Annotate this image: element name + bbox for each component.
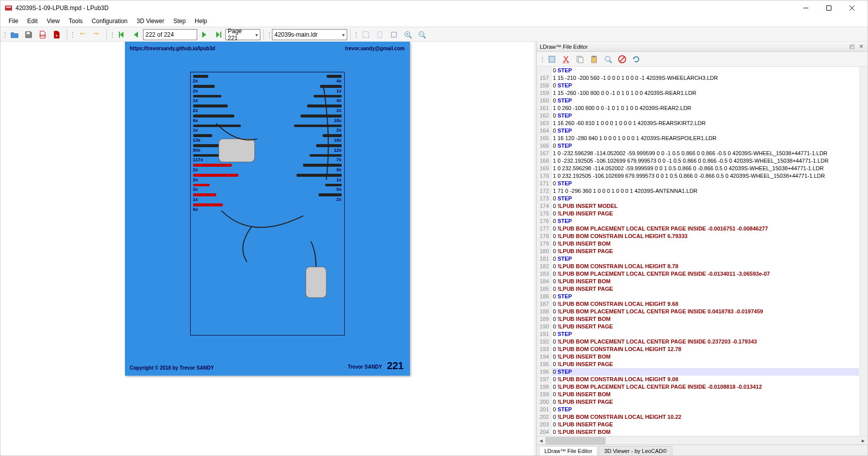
editor-line[interactable]: 1591 15 -260 -100 800 0 0 -1 0 1 0 1 0 0…	[537, 89, 859, 97]
menu-file[interactable]: File	[5, 17, 22, 26]
editor-line[interactable]: 1730 STEP	[537, 195, 859, 202]
fit-page-button[interactable]	[373, 28, 386, 41]
menu-tools[interactable]: Tools	[65, 17, 87, 26]
toolbar-handle[interactable]	[71, 29, 74, 40]
fit-width-button[interactable]	[359, 28, 372, 41]
editor-line[interactable]: 1681 0 -232.192505 -106.102699 679.99957…	[537, 157, 859, 165]
editor-line[interactable]: 1750 !LPUB INSERT PAGE	[537, 210, 859, 217]
editor-line[interactable]: 2030 !LPUB INSERT PAGE	[537, 421, 859, 428]
save-button[interactable]	[22, 28, 35, 41]
pdf-alt-icon[interactable]: A	[50, 28, 63, 41]
editor-line[interactable]: 1780 !LPUB BOM CONSTRAIN LOCAL HEIGHT 6.…	[537, 233, 859, 240]
menu-view[interactable]: View	[43, 17, 64, 26]
next-page-button[interactable]	[198, 28, 211, 41]
toolbar-handle[interactable]	[268, 29, 271, 40]
editor-line[interactable]: 1890 !LPUB INSERT BOM	[537, 315, 859, 323]
select-all-button[interactable]	[545, 53, 558, 66]
editor-line[interactable]: 1770 !LPUB BOM PLACEMENT LOCAL CENTER PA…	[537, 225, 859, 233]
editor-line[interactable]: 1980 !LPUB BOM PLACEMENT LOCAL CENTER PA…	[537, 383, 859, 391]
editor-line[interactable]: 1710 STEP	[537, 180, 859, 187]
editor-line[interactable]: 1930 !LPUB BOM CONSTRAIN LOCAL HEIGHT 12…	[537, 346, 859, 353]
undock-button[interactable]: ◰	[848, 43, 855, 50]
paste-button[interactable]	[588, 53, 601, 66]
editor-line[interactable]: 1640 STEP	[537, 127, 859, 135]
editor-line[interactable]: 1740 !LPUB INSERT MODEL	[537, 202, 859, 210]
find-button[interactable]	[602, 53, 615, 66]
menu-3d-viewer[interactable]: 3D Viewer	[132, 17, 168, 26]
editor-line[interactable]: 1840 !LPUB INSERT BOM	[537, 278, 859, 285]
menu-help[interactable]: Help	[191, 17, 211, 26]
editor-line[interactable]: 1910 STEP	[537, 330, 859, 338]
editor-line[interactable]: 1830 !LPUB BOM PLACEMENT LOCAL CENTER PA…	[537, 270, 859, 278]
editor-line[interactable]: 1880 !LPUB BOM PLACEMENT LOCAL CENTER PA…	[537, 308, 859, 315]
scroll-left-icon[interactable]: ◄	[537, 436, 545, 445]
editor-line[interactable]: 1960 STEP	[537, 368, 859, 376]
editor-line[interactable]: 1620 STEP	[537, 112, 859, 120]
editor-line[interactable]: 1600 STEP	[537, 97, 859, 104]
last-page-button[interactable]	[212, 28, 225, 41]
editor-line[interactable]: 1920 !LPUB BOM PLACEMENT LOCAL CENTER PA…	[537, 338, 859, 346]
first-page-button[interactable]	[115, 28, 128, 41]
editor-line[interactable]: 1611 0 260 -100 800 0 0 -1 0 1 0 1 0 0 4…	[537, 104, 859, 112]
scroll-right-icon[interactable]: ►	[859, 436, 867, 445]
menu-configuration[interactable]: Configuration	[88, 17, 131, 26]
editor-line[interactable]: 1810 STEP	[537, 255, 859, 263]
editor-line[interactable]: 2010 STEP	[537, 406, 859, 413]
editor-line[interactable]: 1790 !LPUB INSERT BOM	[537, 240, 859, 248]
open-button[interactable]	[8, 28, 21, 41]
toolbar-handle[interactable]	[111, 29, 114, 40]
menu-edit[interactable]: Edit	[23, 17, 42, 26]
toolbar-handle[interactable]	[4, 29, 7, 40]
refresh-button[interactable]	[630, 53, 643, 66]
editor-line[interactable]: 1760 STEP	[537, 217, 859, 225]
editor-line[interactable]: 1900 !LPUB INSERT PAGE	[537, 323, 859, 330]
editor-line[interactable]: 2000 !LPUB INSERT PAGE	[537, 398, 859, 406]
file-combo[interactable]: 42039s-main.ldr	[272, 29, 347, 40]
editor-line[interactable]: 1660 STEP	[537, 142, 859, 150]
editor-line[interactable]: 1860 STEP	[537, 293, 859, 300]
zoom-out-button[interactable]	[415, 28, 428, 41]
horizontal-scrollbar[interactable]: ◄ ►	[537, 436, 867, 444]
menu-step[interactable]: Step	[169, 17, 190, 26]
undo-button[interactable]	[76, 28, 89, 41]
editor-line[interactable]: 1691 0 232.596298 -114.052002 -59.999599…	[537, 165, 859, 172]
pdf-icon[interactable]: PDF	[36, 28, 49, 41]
editor-line[interactable]: 1850 !LPUB INSERT PAGE	[537, 285, 859, 293]
copy-button[interactable]	[573, 53, 587, 66]
close-panel-button[interactable]: ✕	[857, 43, 864, 50]
redo-button[interactable]	[90, 28, 103, 41]
actual-size-button[interactable]	[387, 28, 400, 41]
toolbar-handle[interactable]	[355, 29, 358, 40]
editor-line[interactable]: 1721 71 0 -296 360 1 0 0 0 1 0 0 0 1 420…	[537, 187, 859, 195]
editor-line[interactable]: 1950 !LPUB INSERT PAGE	[537, 361, 859, 368]
page-view[interactable]: https://trevorsandy.github.io/lpub3d tre…	[1, 42, 534, 455]
editor-line[interactable]: 1940 !LPUB INSERT BOM	[537, 353, 859, 361]
editor-line[interactable]: 1800 !LPUB INSERT PAGE	[537, 248, 859, 255]
cut-button[interactable]	[559, 53, 572, 66]
editor-line[interactable]: 1990 !LPUB INSERT BOM	[537, 391, 859, 398]
editor-tab[interactable]: LDraw™ File Editor	[539, 446, 598, 455]
editor-line[interactable]: 1571 15 -210 -200 560 -1 0 0 0 1 0 0 0 -…	[537, 74, 859, 82]
editor-line[interactable]: 1701 0 232.192505 -106.102699 679.999573…	[537, 172, 859, 180]
editor-line[interactable]: 1580 STEP	[537, 82, 859, 89]
delete-button[interactable]	[616, 53, 629, 66]
close-button[interactable]	[840, 1, 863, 16]
editor-line[interactable]: 2040 !LPUB INSERT BOM	[537, 428, 859, 436]
code-editor[interactable]: 0 STEP1571 15 -210 -200 560 -1 0 0 0 1 0…	[537, 67, 859, 436]
vertical-scrollbar[interactable]	[859, 67, 867, 436]
editor-line[interactable]: 0 STEP	[537, 67, 859, 74]
editor-line[interactable]: 1651 16 120 -280 840 1 0 0 0 1 0 0 0 1 4…	[537, 135, 859, 142]
zoom-in-button[interactable]	[401, 28, 414, 41]
page-input[interactable]	[143, 29, 197, 40]
editor-line[interactable]: 1631 16 260 -60 810 1 0 0 0 1 0 0 0 1 42…	[537, 120, 859, 127]
editor-line[interactable]: 1970 !LPUB BOM CONSTRAIN LOCAL HEIGHT 9.…	[537, 376, 859, 383]
toolbar-handle[interactable]	[541, 54, 544, 65]
page-combo[interactable]: Page 221	[225, 29, 260, 40]
editor-tab[interactable]: 3D Viewer - by LeoCAD©	[599, 446, 672, 455]
editor-line[interactable]: 1870 !LPUB BOM CONSTRAIN LOCAL HEIGHT 9.…	[537, 300, 859, 308]
editor-line[interactable]: 1671 0 -232.596298 -114.052002 -59.99959…	[537, 150, 859, 157]
minimize-button[interactable]	[794, 1, 817, 16]
prev-page-button[interactable]	[129, 28, 142, 41]
editor-line[interactable]: 2020 !LPUB BOM CONSTRAIN LOCAL HEIGHT 10…	[537, 413, 859, 421]
editor-line[interactable]: 1820 !LPUB BOM CONSTRAIN LOCAL HEIGHT 8.…	[537, 263, 859, 270]
